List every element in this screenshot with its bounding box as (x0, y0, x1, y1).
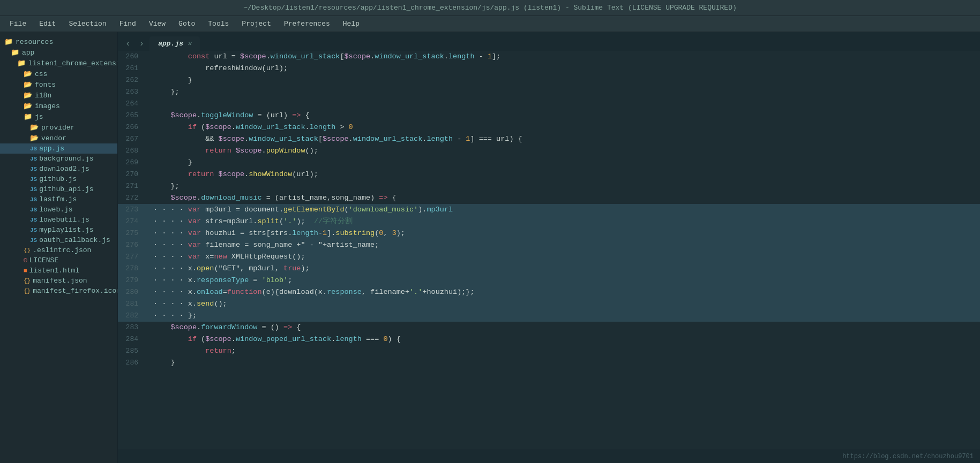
sidebar-item-i18n[interactable]: 📂i18n (0, 90, 117, 101)
sidebar-item-images[interactable]: 📂images (0, 101, 117, 111)
sidebar-label: listen1_chrome_extension (28, 59, 118, 67)
line-number: 260 (118, 51, 145, 63)
line-number: 277 (118, 251, 145, 263)
line-code[interactable]: $scope.forwardWindow = () => { (145, 322, 980, 333)
line-number: 280 (118, 286, 145, 298)
line-code[interactable]: · · · · var strs=mp3url.split('.'); //字符… (145, 216, 980, 227)
sidebar-item-listen1_chrome_extension[interactable]: 📁listen1_chrome_extension (0, 58, 117, 69)
sidebar-item-manifest_firefox[interactable]: {}manifest_firefox.icon (0, 286, 117, 296)
line-number: 274 (118, 216, 145, 227)
table-row: 263 }; (118, 86, 980, 98)
table-row: 261 refreshWindow(url); (118, 63, 980, 74)
js-icon: JS (30, 156, 37, 162)
sidebar-item-myplaylist_js[interactable]: JSmyplaylist.js (0, 225, 117, 235)
line-code[interactable]: } (145, 357, 980, 369)
sidebar-item-resources[interactable]: 📁resources (0, 36, 117, 47)
line-code[interactable]: }; (145, 86, 980, 98)
line-code[interactable]: · · · · var houzhui = strs[strs.length-1… (145, 227, 980, 239)
sidebar-item-app[interactable]: 📁app (0, 47, 117, 58)
menu-item-help[interactable]: Help (338, 18, 365, 29)
menu-item-selection[interactable]: Selection (63, 18, 111, 29)
line-code[interactable]: if ($scope.window_url_stack.length > 0 (145, 122, 980, 133)
sidebar-item-oauth_callback_js[interactable]: JSoauth_callback.js (0, 235, 117, 245)
line-code[interactable]: } (145, 157, 980, 169)
line-code[interactable]: return; (145, 345, 980, 357)
tab-appjs[interactable]: app.js ✕ (149, 36, 200, 51)
sidebar-item-lastfm_js[interactable]: JSlastfm.js (0, 194, 117, 204)
sidebar-item-vendor[interactable]: 📂vendor (0, 133, 117, 143)
sidebar-item-css[interactable]: 📂css (0, 69, 117, 79)
code-view[interactable]: 260 const url = $scope.window_url_stack[… (118, 51, 980, 450)
sidebar-item-fonts[interactable]: 📂fonts (0, 79, 117, 90)
line-code[interactable]: refreshWindow(url); (145, 63, 980, 74)
line-code[interactable]: return $scope.showWindow(url); (145, 169, 980, 180)
line-code[interactable]: const url = $scope.window_url_stack[$sco… (145, 51, 980, 63)
line-number: 267 (118, 133, 145, 145)
line-number: 275 (118, 227, 145, 239)
menu-item-tools[interactable]: Tools (203, 18, 234, 29)
table-row: 280· · · · x.onload=function(e){download… (118, 286, 980, 298)
line-code[interactable]: · · · · var x=new XMLHttpRequest(); (145, 251, 980, 263)
sidebar-item-download2_js[interactable]: JSdownload2.js (0, 164, 117, 174)
sidebar-item-listen1_html[interactable]: ■listen1.html (0, 265, 117, 276)
line-code[interactable]: return $scope.popWindow(); (145, 145, 980, 157)
sidebar-item-loweb_js[interactable]: JSloweb.js (0, 204, 117, 215)
line-code[interactable]: }; (145, 180, 980, 192)
line-code[interactable]: $scope.toggleWindow = (url) => { (145, 110, 980, 122)
line-code[interactable]: · · · · x.onload=function(e){download(x.… (145, 286, 980, 298)
license-icon: © (24, 257, 27, 264)
line-code[interactable]: · · · · var filename = song_name +" - "+… (145, 239, 980, 251)
menu-bar: FileEditSelectionFindViewGotoToolsProjec… (0, 16, 980, 32)
menu-item-find[interactable]: Find (114, 18, 141, 29)
menu-item-preferences[interactable]: Preferences (279, 18, 335, 29)
table-row: 286 } (118, 357, 980, 369)
sidebar-item-app_js[interactable]: JSapp.js (0, 143, 117, 154)
sidebar-label: loweb.js (39, 206, 72, 214)
js-icon: JS (30, 146, 37, 152)
menu-item-edit[interactable]: Edit (34, 18, 61, 29)
sidebar-item-manifest_json[interactable]: {}manifest.json (0, 276, 117, 286)
table-row: 278· · · · x.open("GET", mp3url, true); (118, 263, 980, 275)
js-icon: JS (30, 166, 37, 172)
tab-nav-next[interactable]: › (136, 37, 148, 51)
tab-nav-prev[interactable]: ‹ (122, 37, 134, 51)
sidebar-item-github_js[interactable]: JSgithub.js (0, 174, 117, 184)
folder-icon: 📂 (24, 80, 32, 89)
menu-item-project[interactable]: Project (236, 18, 276, 29)
line-code[interactable]: · · · · x.send(); (145, 298, 980, 310)
menu-item-view[interactable]: View (144, 18, 171, 29)
tab-close-icon[interactable]: ✕ (188, 40, 191, 48)
sidebar-item-eslintrc_json[interactable]: {}.eslintrc.json (0, 245, 117, 255)
sidebar-item-LICENSE[interactable]: ©LICENSE (0, 255, 117, 265)
table-row: 276· · · · var filename = song_name +" -… (118, 239, 980, 251)
line-code[interactable]: · · · · var mp3url = document.getElement… (145, 204, 980, 216)
line-number: 284 (118, 333, 145, 345)
line-code[interactable]: && $scope.window_url_stack[$scope.window… (145, 133, 980, 145)
menu-item-file[interactable]: File (4, 18, 32, 29)
line-code[interactable]: } (145, 74, 980, 86)
sidebar-label: vendor (41, 134, 66, 142)
table-row: 274· · · · var strs=mp3url.split('.'); /… (118, 216, 980, 227)
folder-icon: 📁 (24, 112, 32, 121)
sidebar-item-github_api_js[interactable]: JSgithub_api.js (0, 184, 117, 194)
sidebar-label: .eslintrc.json (33, 246, 91, 254)
line-code[interactable] (145, 98, 980, 110)
line-number: 283 (118, 322, 145, 333)
json-icon: {} (24, 247, 31, 254)
sidebar-item-provider[interactable]: 📂provider (0, 122, 117, 133)
line-code[interactable]: if ($scope.window_poped_url_stack.length… (145, 333, 980, 345)
sidebar-item-lowebutil_js[interactable]: JSlowebutil.js (0, 215, 117, 225)
sidebar-item-background_js[interactable]: JSbackground.js (0, 154, 117, 164)
main-layout: 📁resources📁app📁listen1_chrome_extension📂… (0, 32, 980, 463)
line-number: 265 (118, 110, 145, 122)
sidebar-item-js[interactable]: 📁js (0, 111, 117, 122)
line-code[interactable]: · · · · }; (145, 310, 980, 322)
line-code[interactable]: $scope.download_music = (artist_name,son… (145, 192, 980, 204)
folder-icon: 📁 (4, 37, 13, 46)
folder-icon: 📂 (24, 91, 32, 100)
table-row: 262 } (118, 74, 980, 86)
menu-item-goto[interactable]: Goto (173, 18, 200, 29)
sidebar-label: images (35, 102, 60, 110)
line-code[interactable]: · · · · x.responseType = 'blob'; (145, 275, 980, 286)
line-code[interactable]: · · · · x.open("GET", mp3url, true); (145, 263, 980, 275)
